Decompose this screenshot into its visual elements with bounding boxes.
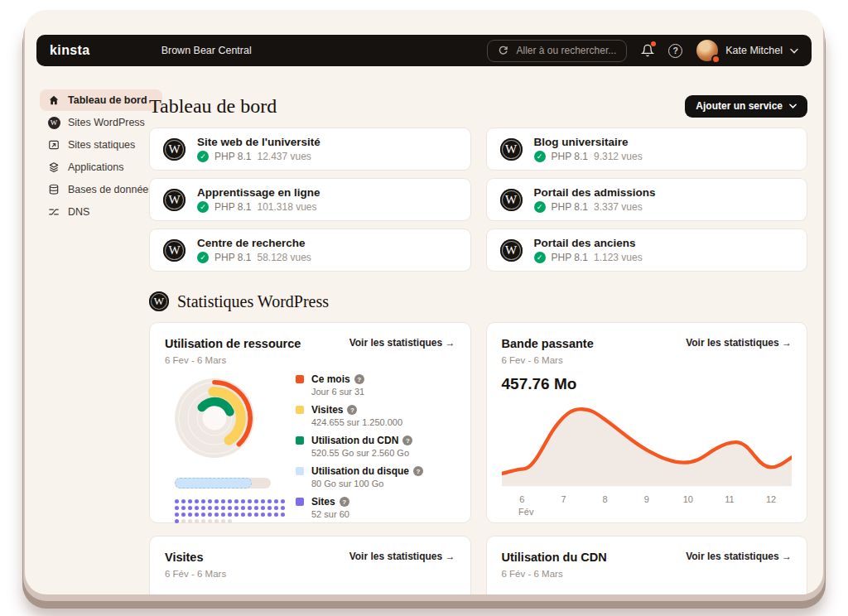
view-stats-link[interactable]: Voir les statistiques → bbox=[349, 551, 455, 562]
wordpress-icon: W bbox=[149, 291, 169, 311]
view-stats-link[interactable]: Voir les statistiques → bbox=[686, 551, 792, 562]
site-dot bbox=[234, 506, 238, 510]
add-service-button[interactable]: Ajouter un service bbox=[685, 95, 807, 118]
sites-dot-grid bbox=[175, 499, 287, 523]
sidebar-item-applications[interactable]: Applications bbox=[40, 156, 162, 178]
site-dot bbox=[181, 499, 186, 503]
resource-donut-chart bbox=[168, 372, 261, 464]
site-name: Centre de recherche bbox=[197, 237, 311, 249]
static-site-icon bbox=[47, 138, 60, 152]
legend-item: Ce mois? Jour 6 sur 31 bbox=[296, 373, 455, 397]
php-version: PHP 8.1 bbox=[214, 201, 251, 213]
site-dot bbox=[248, 499, 252, 503]
legend-color-swatch bbox=[296, 436, 304, 445]
php-version: PHP 8.1 bbox=[214, 151, 251, 162]
help-button[interactable]: ? bbox=[668, 44, 682, 58]
card-title: Bande passante bbox=[502, 337, 594, 350]
site-dot bbox=[175, 499, 179, 503]
sidebar-item-dashboard[interactable]: Tableau de bord bbox=[40, 89, 162, 111]
legend-detail: 52 sur 60 bbox=[311, 509, 349, 519]
site-dot bbox=[201, 499, 205, 503]
wordpress-icon: W bbox=[163, 239, 186, 262]
site-dot bbox=[241, 499, 245, 503]
site-dot bbox=[248, 513, 252, 517]
x-tick: 10 bbox=[683, 494, 693, 504]
site-dot bbox=[214, 499, 219, 503]
legend-item: Visites? 424.655 sur 1.250.000 bbox=[296, 404, 455, 427]
main-content: Tableau de bord Ajouter un service W Sit… bbox=[149, 93, 807, 594]
site-name: Apprentissage en ligne bbox=[197, 186, 320, 199]
goto-search-icon bbox=[498, 46, 508, 56]
site-dot bbox=[214, 519, 219, 523]
site-name: Blog universitaire bbox=[534, 136, 643, 148]
site-views: 58.128 vues bbox=[257, 252, 311, 263]
site-views: 3.337 vues bbox=[594, 201, 643, 213]
site-dot bbox=[234, 499, 238, 503]
site-dot bbox=[241, 506, 245, 510]
stats-cards-grid: Utilisation de ressource 6 Fev - 6 Mars … bbox=[149, 322, 807, 523]
site-dot bbox=[261, 499, 265, 503]
card-title: Utilisation du CDN bbox=[502, 551, 607, 564]
site-views: 12.437 vues bbox=[257, 151, 311, 162]
card-date-range: 6 Fév - 6 Mars bbox=[165, 569, 226, 579]
company-name[interactable]: Brown Bear Central bbox=[161, 45, 252, 56]
site-dot bbox=[228, 499, 232, 503]
site-card[interactable]: W Blog universitaire ✓ PHP 8.1 9.312 vue… bbox=[486, 128, 808, 171]
help-icon[interactable]: ? bbox=[354, 374, 364, 384]
avatar bbox=[696, 40, 718, 61]
x-tick: 11 bbox=[725, 494, 734, 504]
wordpress-icon: W bbox=[163, 138, 186, 161]
chevron-down-icon bbox=[790, 48, 798, 54]
site-dot bbox=[188, 506, 192, 510]
card-date-range: 6 Fev - 6 Mars bbox=[502, 355, 594, 365]
site-card[interactable]: W Portail des anciens ✓ PHP 8.1 1.123 vu… bbox=[486, 229, 808, 272]
php-version: PHP 8.1 bbox=[552, 201, 588, 213]
site-dot bbox=[214, 513, 219, 517]
site-dot bbox=[267, 513, 272, 517]
stats-section-header: W Statistiques WordPress bbox=[149, 291, 807, 311]
help-icon[interactable]: ? bbox=[402, 436, 412, 445]
kinsta-logo[interactable]: kinsta bbox=[50, 43, 90, 58]
layers-icon bbox=[47, 161, 60, 174]
legend-color-swatch bbox=[296, 498, 304, 506]
site-dot bbox=[221, 499, 225, 503]
site-dot bbox=[195, 506, 199, 510]
global-search-input[interactable]: Aller à ou rechercher... bbox=[487, 40, 627, 62]
site-dot bbox=[241, 513, 245, 517]
wordpress-icon: W bbox=[500, 189, 523, 211]
site-card[interactable]: W Site web de l'université ✓ PHP 8.1 12.… bbox=[149, 128, 471, 171]
view-stats-link[interactable]: Voir les statistiques → bbox=[349, 337, 455, 349]
site-card[interactable]: W Apprentissage en ligne ✓ PHP 8.1 101.3… bbox=[149, 178, 471, 221]
card-title: Utilisation de ressource bbox=[165, 337, 301, 350]
user-menu[interactable]: Kate Mitchel bbox=[696, 40, 798, 61]
site-dot bbox=[195, 513, 199, 517]
site-dot bbox=[188, 499, 192, 503]
wordpress-icon: W bbox=[163, 189, 186, 211]
site-dot bbox=[221, 506, 225, 510]
legend-label: Sites bbox=[311, 496, 335, 508]
site-dot bbox=[267, 506, 272, 510]
sidebar-item-static-sites[interactable]: Sites statiques bbox=[40, 134, 162, 156]
site-dot bbox=[181, 519, 186, 523]
bottom-cards-grid: Visites 6 Fév - 6 Mars Voir les statisti… bbox=[149, 536, 807, 594]
site-card[interactable]: W Portail des admissions ✓ PHP 8.1 3.337… bbox=[486, 178, 808, 221]
legend-color-swatch bbox=[296, 467, 304, 475]
view-stats-link[interactable]: Voir les statistiques → bbox=[686, 337, 792, 349]
chevron-down-icon bbox=[789, 103, 797, 108]
site-card[interactable]: W Centre de recherche ✓ PHP 8.1 58.128 v… bbox=[149, 229, 471, 272]
notifications-button[interactable] bbox=[641, 44, 654, 57]
help-icon[interactable]: ? bbox=[340, 497, 349, 507]
sidebar-item-databases[interactable]: Bases de données bbox=[40, 179, 162, 200]
card-date-range: 6 Fév - 6 Mars bbox=[502, 569, 607, 579]
x-axis: 6 7 8 9 10 11 12 Fév bbox=[502, 493, 793, 517]
site-views: 101.318 vues bbox=[257, 201, 316, 213]
legend-item: Sites? 52 sur 60 bbox=[296, 496, 455, 519]
sidebar-item-wordpress-sites[interactable]: W Sites WordPress bbox=[40, 112, 162, 133]
sidebar-item-label: DNS bbox=[68, 206, 89, 218]
site-dot bbox=[261, 513, 265, 517]
x-tick: 8 bbox=[603, 494, 608, 504]
help-icon[interactable]: ? bbox=[347, 405, 357, 415]
legend-item: Utilisation du disque? 80 Go sur 100 Go bbox=[296, 465, 455, 488]
help-icon[interactable]: ? bbox=[413, 466, 423, 476]
sidebar-item-dns[interactable]: DNS bbox=[40, 201, 162, 223]
